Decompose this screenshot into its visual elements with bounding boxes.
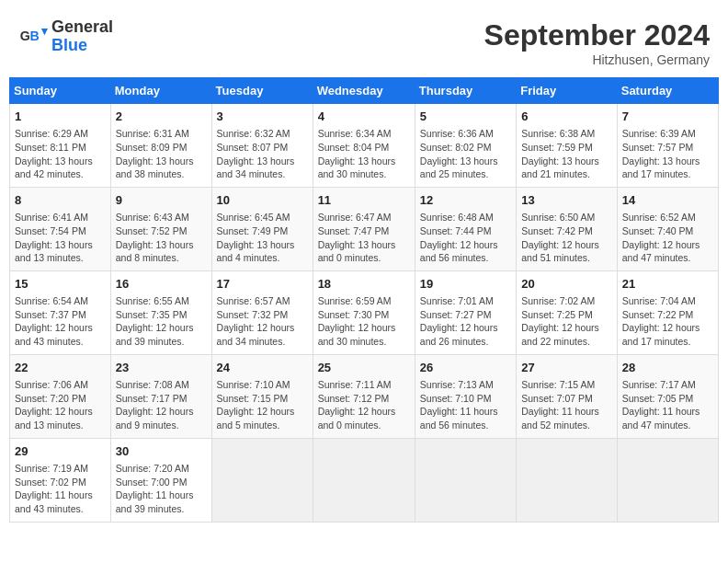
table-row: 21 Sunrise: 7:04 AM Sunset: 7:22 PM Dayl… xyxy=(617,270,718,354)
day-number: 18 xyxy=(318,276,410,293)
day-number: 1 xyxy=(15,109,106,125)
sunrise-text: Sunrise: 7:10 AM xyxy=(217,378,308,392)
day-number: 23 xyxy=(116,360,207,376)
daylight-text: Daylight: 12 hours and 9 minutes. xyxy=(116,405,207,431)
daylight-text: Daylight: 12 hours and 0 minutes. xyxy=(318,405,410,431)
day-number: 26 xyxy=(420,360,511,376)
table-row xyxy=(415,438,516,522)
sunrise-text: Sunrise: 6:32 AM xyxy=(217,127,308,141)
table-row: 29 Sunrise: 7:19 AM Sunset: 7:02 PM Dayl… xyxy=(10,438,111,522)
day-number: 20 xyxy=(521,276,612,293)
daylight-text: Daylight: 13 hours and 38 minutes. xyxy=(116,155,207,181)
sunrise-text: Sunrise: 6:45 AM xyxy=(217,211,308,224)
daylight-text: Daylight: 11 hours and 52 minutes. xyxy=(521,405,612,431)
table-row: 25 Sunrise: 7:11 AM Sunset: 7:12 PM Dayl… xyxy=(313,354,415,438)
daylight-text: Daylight: 11 hours and 47 minutes. xyxy=(622,405,713,431)
table-row: 17 Sunrise: 6:57 AM Sunset: 7:32 PM Dayl… xyxy=(211,270,313,354)
day-number: 30 xyxy=(116,443,207,460)
table-row: 12 Sunrise: 6:48 AM Sunset: 7:44 PM Dayl… xyxy=(415,187,516,270)
table-row: 20 Sunrise: 7:02 AM Sunset: 7:25 PM Dayl… xyxy=(517,270,618,354)
day-number: 9 xyxy=(116,192,207,209)
day-number: 21 xyxy=(622,276,713,293)
table-row: 16 Sunrise: 6:55 AM Sunset: 7:35 PM Dayl… xyxy=(110,270,211,354)
table-row xyxy=(313,438,415,522)
sunset-text: Sunset: 7:27 PM xyxy=(420,308,511,322)
sunrise-text: Sunrise: 6:50 AM xyxy=(521,211,612,224)
sunset-text: Sunset: 8:07 PM xyxy=(217,141,308,155)
day-number: 27 xyxy=(521,360,612,376)
table-row: 3 Sunrise: 6:32 AM Sunset: 8:07 PM Dayli… xyxy=(211,104,313,188)
sunrise-text: Sunrise: 7:04 AM xyxy=(622,294,713,308)
sunrise-text: Sunrise: 6:38 AM xyxy=(521,127,612,141)
table-row: 22 Sunrise: 7:06 AM Sunset: 7:20 PM Dayl… xyxy=(10,354,111,438)
logo: G B General Blue xyxy=(18,18,113,55)
sunset-text: Sunset: 7:57 PM xyxy=(622,141,713,155)
sunset-text: Sunset: 8:11 PM xyxy=(15,141,106,155)
table-row: 11 Sunrise: 6:47 AM Sunset: 7:47 PM Dayl… xyxy=(313,187,415,270)
sunset-text: Sunset: 7:52 PM xyxy=(116,224,207,238)
table-row: 30 Sunrise: 7:20 AM Sunset: 7:00 PM Dayl… xyxy=(110,438,211,522)
sunset-text: Sunset: 7:44 PM xyxy=(420,224,511,238)
sunrise-text: Sunrise: 7:11 AM xyxy=(318,378,410,392)
sunset-text: Sunset: 8:02 PM xyxy=(420,141,511,155)
table-row: 13 Sunrise: 6:50 AM Sunset: 7:42 PM Dayl… xyxy=(517,187,618,270)
day-number: 2 xyxy=(116,109,207,125)
sunset-text: Sunset: 7:49 PM xyxy=(217,224,308,238)
col-saturday: Saturday xyxy=(617,78,718,104)
sunrise-text: Sunrise: 7:19 AM xyxy=(15,462,106,476)
sunrise-text: Sunrise: 7:01 AM xyxy=(420,294,511,308)
table-row: 18 Sunrise: 6:59 AM Sunset: 7:30 PM Dayl… xyxy=(313,270,415,354)
sunset-text: Sunset: 7:10 PM xyxy=(420,392,511,406)
sunrise-text: Sunrise: 7:13 AM xyxy=(420,378,511,392)
calendar-table: Sunday Monday Tuesday Wednesday Thursday… xyxy=(9,77,719,523)
day-number: 12 xyxy=(420,192,511,209)
sunrise-text: Sunrise: 7:08 AM xyxy=(116,378,207,392)
daylight-text: Daylight: 13 hours and 30 minutes. xyxy=(318,155,410,181)
sunset-text: Sunset: 7:47 PM xyxy=(318,224,410,238)
daylight-text: Daylight: 12 hours and 56 minutes. xyxy=(420,238,511,265)
page-header: G B General Blue September 2024 Hitzhuse… xyxy=(9,9,719,72)
table-row xyxy=(517,438,618,522)
sunrise-text: Sunrise: 6:39 AM xyxy=(622,127,713,141)
table-row: 8 Sunrise: 6:41 AM Sunset: 7:54 PM Dayli… xyxy=(10,187,111,270)
day-number: 3 xyxy=(217,109,308,125)
day-number: 22 xyxy=(15,360,106,376)
calendar-week-row: 8 Sunrise: 6:41 AM Sunset: 7:54 PM Dayli… xyxy=(10,187,719,270)
day-number: 10 xyxy=(217,192,308,209)
calendar-header-row: Sunday Monday Tuesday Wednesday Thursday… xyxy=(10,78,719,104)
table-row: 26 Sunrise: 7:13 AM Sunset: 7:10 PM Dayl… xyxy=(415,354,516,438)
svg-text:B: B xyxy=(29,28,39,42)
sunset-text: Sunset: 7:15 PM xyxy=(217,392,308,406)
day-number: 11 xyxy=(318,192,410,209)
daylight-text: Daylight: 13 hours and 13 minutes. xyxy=(15,238,106,265)
day-number: 15 xyxy=(15,276,106,293)
calendar-week-row: 1 Sunrise: 6:29 AM Sunset: 8:11 PM Dayli… xyxy=(10,104,719,188)
table-row: 9 Sunrise: 6:43 AM Sunset: 7:52 PM Dayli… xyxy=(110,187,211,270)
sunset-text: Sunset: 8:04 PM xyxy=(318,141,410,155)
sunset-text: Sunset: 7:54 PM xyxy=(15,224,106,238)
col-sunday: Sunday xyxy=(10,78,111,104)
day-number: 13 xyxy=(521,192,612,209)
sunrise-text: Sunrise: 7:02 AM xyxy=(521,294,612,308)
daylight-text: Daylight: 13 hours and 21 minutes. xyxy=(521,155,612,181)
table-row: 2 Sunrise: 6:31 AM Sunset: 8:09 PM Dayli… xyxy=(110,104,211,188)
logo-line2: Blue xyxy=(51,37,113,55)
daylight-text: Daylight: 12 hours and 30 minutes. xyxy=(318,321,410,348)
daylight-text: Daylight: 13 hours and 0 minutes. xyxy=(318,238,410,265)
daylight-text: Daylight: 12 hours and 5 minutes. xyxy=(217,405,308,431)
day-number: 16 xyxy=(116,276,207,293)
table-row: 23 Sunrise: 7:08 AM Sunset: 7:17 PM Dayl… xyxy=(110,354,211,438)
sunrise-text: Sunrise: 6:41 AM xyxy=(15,211,106,224)
day-number: 7 xyxy=(622,109,713,125)
sunrise-text: Sunrise: 6:55 AM xyxy=(116,294,207,308)
sunset-text: Sunset: 7:30 PM xyxy=(318,308,410,322)
calendar-week-row: 22 Sunrise: 7:06 AM Sunset: 7:20 PM Dayl… xyxy=(10,354,719,438)
daylight-text: Daylight: 12 hours and 17 minutes. xyxy=(622,321,713,348)
table-row: 1 Sunrise: 6:29 AM Sunset: 8:11 PM Dayli… xyxy=(10,104,111,188)
sunset-text: Sunset: 7:20 PM xyxy=(15,392,106,406)
daylight-text: Daylight: 12 hours and 51 minutes. xyxy=(521,238,612,265)
svg-marker-2 xyxy=(41,29,48,35)
day-number: 14 xyxy=(622,192,713,209)
sunrise-text: Sunrise: 6:29 AM xyxy=(15,127,106,141)
sunrise-text: Sunrise: 7:17 AM xyxy=(622,378,713,392)
